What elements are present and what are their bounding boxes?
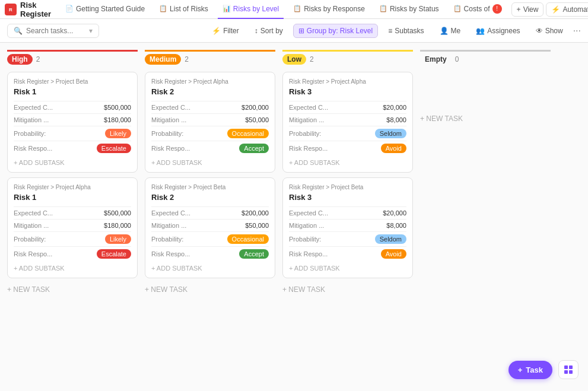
grid-icon xyxy=(564,365,573,374)
mitigation-val-m2: $50,000 xyxy=(245,222,269,229)
tab-list-of-risks[interactable]: 📋 List of Risks xyxy=(154,0,213,19)
card-row-response-low-2: Risk Respo... Avoid xyxy=(289,246,406,261)
add-view-button[interactable]: + View xyxy=(511,2,544,17)
add-subtask-low-2[interactable]: + ADD SUBTASK xyxy=(289,265,406,272)
empty-badge: Empty xyxy=(420,54,452,65)
card-medium-1: Risk Register > Project Alpha Risk 2 Exp… xyxy=(145,72,275,173)
automate-label: Automate xyxy=(562,5,588,14)
group-icon: ⊞ xyxy=(298,27,304,35)
card-title-high-1[interactable]: Risk 1 xyxy=(14,87,131,96)
card-row-mitigation-high-2: Mitigation ... $180,000 xyxy=(14,219,131,231)
grid-view-button[interactable] xyxy=(558,360,579,379)
sort-icon: ↕ xyxy=(255,27,258,35)
sort-by-button[interactable]: ↕ Sort by xyxy=(249,24,288,38)
expected-label-l1: Expected C... xyxy=(289,104,328,111)
response-label-l1: Risk Respo... xyxy=(289,145,328,152)
search-icon: 🔍 xyxy=(14,27,23,35)
svg-rect-5 xyxy=(569,370,573,374)
group-by-button[interactable]: ⊞ Group by: Risk Level xyxy=(293,24,378,38)
task-fab[interactable]: + Task xyxy=(508,361,552,379)
card-title-high-2[interactable]: Risk 1 xyxy=(14,193,131,202)
add-subtask-high-2[interactable]: + ADD SUBTASK xyxy=(14,265,131,272)
mitigation-label-l1: Mitigation ... xyxy=(289,116,324,123)
mitigation-val-l2: $8,000 xyxy=(386,222,406,229)
response-label-m1: Risk Respo... xyxy=(151,145,190,152)
probability-label-h1: Probability: xyxy=(14,130,46,137)
response-label-h1: Risk Respo... xyxy=(14,145,52,152)
response-label-l2: Risk Respo... xyxy=(289,250,328,258)
column-high: High 2 Risk Register > Project Beta Risk… xyxy=(7,50,138,296)
expected-val-h2: $500,000 xyxy=(104,209,131,217)
card-breadcrumb-medium-1: Risk Register > Project Alpha xyxy=(151,78,269,85)
card-title-low-2[interactable]: Risk 3 xyxy=(289,193,406,202)
search-input[interactable] xyxy=(26,27,85,35)
tab-risks-by-response[interactable]: 📋 Risks by Response xyxy=(288,0,370,19)
filter-label: Filter xyxy=(223,27,239,35)
card-row-probability-high-1: Probability: Likely xyxy=(14,126,131,141)
new-task-high[interactable]: + NEW TASK xyxy=(7,283,138,296)
card-row-probability-high-2: Probability: Likely xyxy=(14,231,131,246)
tab-risks-by-level[interactable]: 📊 Risks by Level xyxy=(218,0,284,19)
card-high-1: Risk Register > Project Beta Risk 1 Expe… xyxy=(7,72,138,173)
response-pill-l1: Avoid xyxy=(381,144,406,153)
app-icon: R xyxy=(5,4,17,15)
card-row-response-high-1: Risk Respo... Escalate xyxy=(14,141,131,155)
filter-button[interactable]: ⚡ Filter xyxy=(206,24,244,38)
expected-label-m2: Expected C... xyxy=(151,209,190,217)
svg-rect-2 xyxy=(564,365,568,369)
tab-label-getting-started: Getting Started Guide xyxy=(76,5,145,13)
card-row-expected-high-2: Expected C... $500,000 xyxy=(14,206,131,219)
card-row-probability-low-1: Probability: Seldom xyxy=(289,126,406,141)
card-row-response-high-2: Risk Respo... Escalate xyxy=(14,246,131,261)
card-row-mitigation-medium-2: Mitigation ... $50,000 xyxy=(151,219,269,231)
show-label: Show xyxy=(545,27,563,35)
subtasks-icon: ≡ xyxy=(388,27,392,35)
assignees-button[interactable]: 👥 Assignees xyxy=(471,24,525,38)
search-box[interactable]: 🔍 ▾ xyxy=(7,24,99,38)
expected-val-h1: $500,000 xyxy=(104,104,131,111)
card-row-response-medium-2: Risk Respo... Accept xyxy=(151,246,269,261)
expected-label-m1: Expected C... xyxy=(151,104,190,111)
add-subtask-medium-1[interactable]: + ADD SUBTASK xyxy=(151,159,269,166)
tab-getting-started[interactable]: 📄 Getting Started Guide xyxy=(61,0,150,19)
card-low-1: Risk Register > Project Alpha Risk 3 Exp… xyxy=(282,72,413,173)
costs-badge: ! xyxy=(492,4,502,14)
column-empty: Empty 0 + NEW TASK xyxy=(420,50,551,125)
probability-label-m2: Probability: xyxy=(151,236,183,243)
new-task-low[interactable]: + NEW TASK xyxy=(282,283,413,296)
card-title-low-1[interactable]: Risk 3 xyxy=(289,87,406,96)
card-medium-2: Risk Register > Project Beta Risk 2 Expe… xyxy=(145,177,275,278)
tab-label-level: Risks by Level xyxy=(233,5,279,13)
new-task-empty[interactable]: + NEW TASK xyxy=(420,112,551,125)
subtasks-button[interactable]: ≡ Subtasks xyxy=(383,24,429,38)
card-title-medium-2[interactable]: Risk 2 xyxy=(151,193,269,202)
tab-label-list: List of Risks xyxy=(170,5,208,13)
new-task-medium[interactable]: + NEW TASK xyxy=(145,283,275,296)
mitigation-label-m1: Mitigation ... xyxy=(151,116,186,123)
card-row-expected-medium-1: Expected C... $200,000 xyxy=(151,101,269,113)
card-row-expected-high-1: Expected C... $500,000 xyxy=(14,101,131,113)
column-header-low: Low 2 xyxy=(282,50,413,67)
card-row-mitigation-medium-1: Mitigation ... $50,000 xyxy=(151,113,269,126)
empty-count: 0 xyxy=(455,55,459,63)
me-label: Me xyxy=(451,27,461,35)
add-subtask-low-1[interactable]: + ADD SUBTASK xyxy=(289,159,406,166)
tab-risks-by-status[interactable]: 📋 Risks by Status xyxy=(374,0,444,19)
card-breadcrumb-low-2: Risk Register > Project Beta xyxy=(289,184,406,190)
tab-icon-status: 📋 xyxy=(379,5,387,12)
add-subtask-medium-2[interactable]: + ADD SUBTASK xyxy=(151,265,269,272)
show-button[interactable]: 👁 Show xyxy=(530,24,568,38)
more-options-button[interactable]: ··· xyxy=(573,26,581,36)
fab-label: Task xyxy=(526,365,543,374)
automate-button[interactable]: ⚡ Automate ▾ xyxy=(546,2,588,17)
tab-costs[interactable]: 📋 Costs of ! xyxy=(449,0,507,19)
response-pill-h1: Escalate xyxy=(97,144,131,153)
subtasks-label: Subtasks xyxy=(395,27,424,35)
me-button[interactable]: 👤 Me xyxy=(434,24,466,38)
card-breadcrumb-high-2: Risk Register > Project Alpha xyxy=(14,184,131,190)
card-title-medium-1[interactable]: Risk 2 xyxy=(151,87,269,96)
app-title: Risk Register xyxy=(20,1,51,18)
add-subtask-high-1[interactable]: + ADD SUBTASK xyxy=(14,159,131,166)
mitigation-val-l1: $8,000 xyxy=(386,116,406,123)
card-row-response-low-1: Risk Respo... Avoid xyxy=(289,141,406,155)
